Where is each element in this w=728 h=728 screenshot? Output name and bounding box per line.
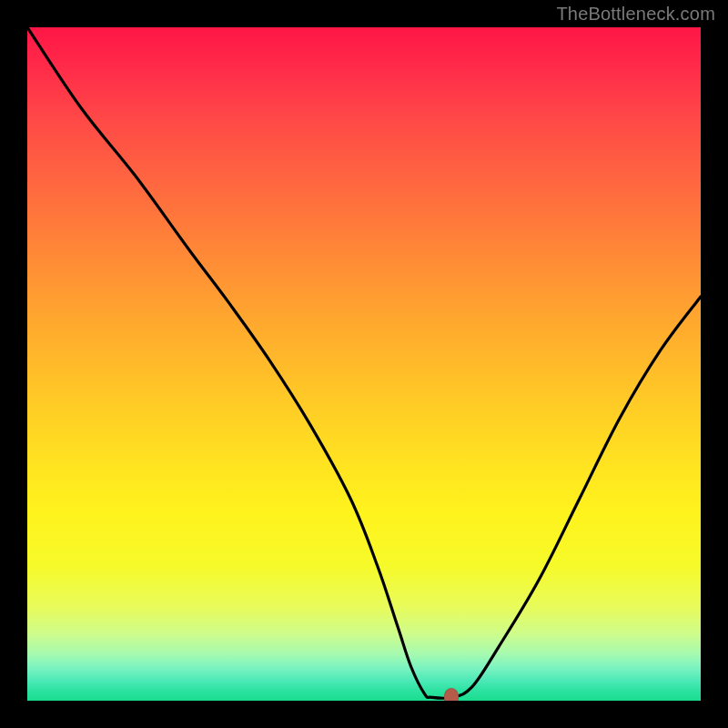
watermark-text: TheBottleneck.com <box>556 4 715 25</box>
plot-area <box>27 27 701 701</box>
curve-layer <box>27 27 701 701</box>
chart-frame: TheBottleneck.com <box>0 0 728 728</box>
bottleneck-curve <box>27 27 701 698</box>
optimum-marker <box>444 688 459 701</box>
